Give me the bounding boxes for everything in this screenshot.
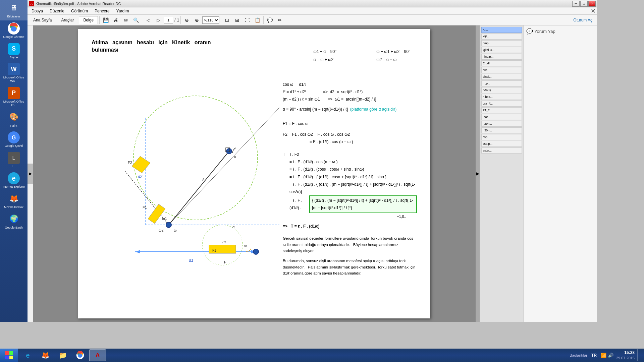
- menu-gorunum[interactable]: Görünüm: [68, 8, 91, 14]
- top-equations-right: ω + ω1 + ω2 = 90° ω2 = α − ω: [376, 48, 410, 64]
- minimize-button[interactable]: ─: [572, 1, 580, 7]
- separator-5: [263, 16, 264, 24]
- svg-text:F: F: [224, 260, 226, 264]
- file-item-ft2[interactable]: FT_2...: [481, 107, 522, 113]
- separator-1: [99, 16, 100, 24]
- formula-cosw: cos ω = d1/ℓ: [283, 81, 417, 88]
- file-item-e[interactable]: E.pdf: [481, 60, 522, 66]
- zoom-out-button[interactable]: ⊖: [182, 16, 192, 24]
- taskbar-acrobat-active[interactable]: A: [89, 349, 106, 361]
- maximize-button[interactable]: □: [580, 1, 588, 7]
- file-item-mp2[interactable]: m.p...: [481, 80, 522, 86]
- clock-date: 29.07.2015: [616, 356, 635, 360]
- bottom-text-1: Gerçek sayısal değerler formüllere uygul…: [283, 235, 417, 254]
- pen-button[interactable]: ✏: [275, 16, 284, 24]
- file-item-mp[interactable]: MP...: [481, 34, 522, 40]
- comment-button[interactable]: 💬: [265, 16, 274, 24]
- file-item-bra[interactable]: bra_F...: [481, 101, 522, 107]
- svg-text:ω1: ω1: [162, 217, 167, 221]
- diagram-container: F2 F1 α: [92, 81, 279, 283]
- svg-text:d2: d2: [138, 174, 143, 179]
- file-item-ki[interactable]: Ki...: [481, 27, 522, 33]
- print-button[interactable]: 🖨: [111, 16, 120, 24]
- file-item-bile[interactable]: bile...: [481, 67, 522, 73]
- menu-dosya[interactable]: Dosya: [29, 8, 46, 14]
- save-button[interactable]: 💾: [101, 16, 110, 24]
- fit-width-button[interactable]: ⊡: [222, 16, 232, 24]
- sidebar-item-powerpoint[interactable]: P Microsoft Office Po...: [0, 85, 28, 109]
- file-item-csp1[interactable]: csp...: [481, 134, 522, 140]
- menu-pencere[interactable]: Pencere: [92, 8, 112, 14]
- svg-text:F2: F2: [128, 161, 132, 165]
- pdf-viewer[interactable]: Atılma açısının hesabı için Kinetik oran…: [33, 25, 476, 322]
- close-panel-button[interactable]: ✕: [591, 7, 596, 15]
- sidebar-item-translate[interactable]: G Google Çeviri: [0, 129, 28, 150]
- scroll-left-indicator[interactable]: ▶: [28, 164, 33, 184]
- file-item-aster[interactable]: aster...: [481, 147, 522, 154]
- sidebar-item-computer[interactable]: 🖥 Bilgisayar: [0, 0, 28, 20]
- taskbar-firefox[interactable]: 🦊: [37, 349, 54, 361]
- svg-marker-7: [135, 250, 140, 253]
- sidebar-item-firefox[interactable]: 🦊 Mozilla Firefox: [0, 191, 28, 211]
- file-item-donus[interactable]: dönüş...: [481, 87, 522, 93]
- sidebar-item-word[interactable]: W Microsoft Office Wo...: [0, 61, 28, 85]
- window-controls: ─ □ ✕: [572, 1, 596, 7]
- taskbar-ie[interactable]: e: [19, 349, 36, 361]
- page-total: 1: [177, 18, 179, 22]
- sidebar-item-earth[interactable]: 🌍 Google Earth: [0, 211, 28, 232]
- formula-f2-line1: F2 = F1 . cos ω2 = F . cos ω . cos ω2: [283, 131, 417, 138]
- volume-icon[interactable]: 🔊: [608, 353, 613, 358]
- tab-anasayfa[interactable]: Ana Sayfa: [29, 16, 56, 24]
- network-icon[interactable]: 📶: [601, 353, 606, 358]
- extract-button[interactable]: 📋: [253, 16, 262, 24]
- windows-logo: [5, 351, 13, 359]
- show-desktop-button[interactable]: [637, 349, 640, 361]
- comments-panel: 💬 Yorum Yap: [523, 25, 597, 322]
- sidebar: 🖥 Bilgisayar Google Chrome S Skype W Mic…: [0, 0, 28, 322]
- comments-title[interactable]: Yorum Yap: [534, 29, 555, 34]
- taskbar-pinned-apps: e 🦊 📁 A: [18, 349, 107, 362]
- close-button[interactable]: ✕: [588, 1, 596, 7]
- sidebar-item-chrome[interactable]: Google Chrome: [0, 20, 28, 41]
- formula-t-line6: = ℓ . F . (d1/ℓ) . { (d1/ℓ) . (m − [sqrt…: [283, 195, 417, 213]
- tab-belge[interactable]: Belge: [79, 16, 98, 24]
- sidebar-item-ie[interactable]: e Internet Explorer: [0, 170, 28, 191]
- clock[interactable]: 15:28 29.07.2015: [616, 350, 635, 360]
- sidebar-item-skype[interactable]: S Skype: [0, 41, 28, 61]
- full-screen-button[interactable]: ⛶: [243, 16, 252, 24]
- file-item-digital[interactable]: igital C...: [481, 47, 522, 53]
- file-item-dinai[interactable]: dinai...: [481, 74, 522, 80]
- sidebar-item-paint[interactable]: 🎨 Paint: [0, 109, 28, 130]
- fit-page-button[interactable]: ⊞: [232, 16, 242, 24]
- file-item-hes[interactable]: n hes...: [481, 94, 522, 100]
- taskbar-files[interactable]: 📁: [54, 349, 71, 361]
- zoom-select[interactable]: %113 %100 %75 %150: [202, 16, 219, 24]
- tab-araclar[interactable]: Araçlar: [57, 16, 78, 24]
- menu-yardim[interactable]: Yardım: [114, 8, 132, 14]
- taskbar-chrome[interactable]: [72, 349, 89, 361]
- file-item-30n[interactable]: _30n...: [481, 127, 522, 133]
- zoom-in-button[interactable]: ⊕: [192, 16, 202, 24]
- formula-sind1: (m − d2 ) / ℓ = sin ω1 => ω1 = arcsin[(m…: [283, 96, 417, 103]
- svg-text:m: m: [222, 240, 226, 244]
- file-item-cor[interactable]: -cor...: [481, 114, 522, 120]
- separator-3: [180, 16, 181, 24]
- page-number-input[interactable]: [164, 17, 173, 23]
- file-item-29n[interactable]: _29n...: [481, 121, 522, 127]
- menu-duzenle[interactable]: Düzenle: [47, 8, 67, 14]
- formula-t-line2: = ℓ . F . (d1/ℓ) . cos (α − ω ): [283, 158, 417, 166]
- prev-page-button[interactable]: ◁: [144, 16, 153, 24]
- next-page-button[interactable]: ▷: [154, 16, 163, 24]
- email-button[interactable]: ✉: [121, 16, 130, 24]
- signin-label[interactable]: Oturum Aç: [573, 18, 596, 22]
- final-t-formula: => T = ℓ . F . (d1/ℓ): [283, 223, 417, 230]
- search-button[interactable]: 🔍: [131, 16, 141, 24]
- formula-f2-line2: = F . (d1/ℓ) . cos (α − ω ): [283, 138, 417, 145]
- file-item-ompu[interactable]: ompu...: [481, 40, 522, 46]
- sidebar-item-l[interactable]: L L...: [0, 150, 28, 170]
- file-item-csp2[interactable]: csp.p...: [481, 141, 522, 147]
- svg-point-16: [166, 222, 171, 228]
- scroll-right-indicator[interactable]: ▶: [476, 25, 480, 322]
- file-item-ning[interactable]: ning.p...: [481, 54, 522, 60]
- start-button[interactable]: [0, 349, 18, 362]
